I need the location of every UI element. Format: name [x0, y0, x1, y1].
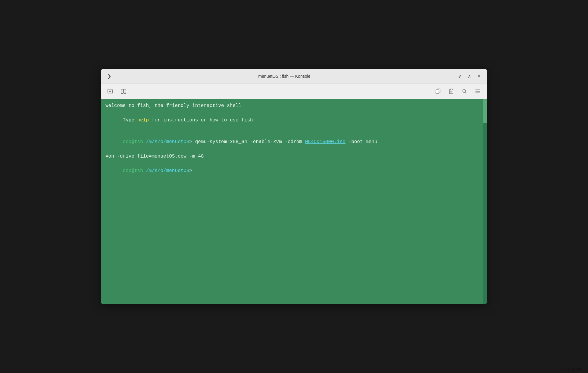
terminal-cmd1-end: -boot menu [346, 139, 377, 145]
search-icon [461, 88, 468, 94]
terminal-prompt2-path: /m/s/o/menuetOS [143, 168, 189, 174]
konsole-window: ❯ menuetOS : fish — Konsole ∨ ∧ ✕ [101, 69, 487, 304]
window-title: menuetOS : fish — Konsole [113, 74, 455, 79]
minimize-button[interactable]: ∨ [455, 72, 464, 80]
terminal-line-3: ooo@tsh /m/s/o/menuetOS> qemu-system-x86… [105, 131, 483, 153]
terminal-line-2-help: help [137, 118, 149, 123]
terminal-line-2-prefix: Type [123, 118, 137, 123]
toolbar-right [433, 86, 483, 97]
terminal-prompt2-user: ooo@tsh [123, 168, 143, 174]
scrollbar-track[interactable] [483, 99, 487, 304]
terminal-prompt2-arrow: > [189, 168, 192, 174]
terminal-line-1: Welcome to fish, the friendly interactiv… [105, 102, 483, 109]
copy-button[interactable] [433, 86, 443, 97]
titlebar-left: ❯ [105, 72, 113, 80]
watermark: CSDN @zalois [561, 367, 583, 371]
titlebar-shell-button[interactable]: ❯ [105, 72, 113, 80]
terminal-body[interactable]: Welcome to fish, the friendly interactiv… [101, 99, 487, 304]
close-button[interactable]: ✕ [475, 72, 483, 80]
svg-rect-1 [121, 89, 123, 93]
search-button[interactable] [459, 86, 470, 97]
toolbar [101, 83, 487, 99]
new-tab-button[interactable] [105, 86, 116, 97]
scrollbar-thumb[interactable] [483, 99, 487, 123]
terminal-line-5: ooo@tsh /m/s/o/menuetOS> [105, 160, 483, 182]
svg-rect-4 [436, 90, 439, 94]
svg-rect-6 [450, 89, 452, 90]
new-tab-icon [107, 88, 113, 94]
svg-rect-2 [124, 89, 126, 93]
terminal-prompt1-user: ooo@tsh [123, 139, 143, 145]
menu-button[interactable] [472, 86, 483, 97]
paste-icon [448, 88, 454, 94]
terminal-line-4: =on -drive file=menuetOS.cow -m 4G [105, 153, 483, 160]
terminal-cmd1: qemu-system-x86_64 -enable-kvm -cdrom [195, 139, 305, 145]
terminal-line-2-suffix: for instructions on how to use fish [149, 118, 253, 123]
terminal-line-2: Type help for instructions on how to use… [105, 109, 483, 131]
titlebar: ❯ menuetOS : fish — Konsole ∨ ∧ ✕ [101, 69, 487, 83]
terminal-prompt1-path: /m/s/o/menuetOS [143, 139, 189, 145]
split-icon [120, 88, 127, 94]
copy-icon [435, 88, 441, 94]
paste-button[interactable] [446, 86, 457, 97]
hamburger-icon [475, 88, 481, 94]
titlebar-right: ∨ ∧ ✕ [455, 72, 483, 80]
maximize-button[interactable]: ∧ [465, 72, 474, 80]
terminal-prompt1-arrow: > [189, 139, 195, 145]
terminal-cmd1-link: M64CD15000.iso [305, 139, 346, 145]
split-button[interactable] [118, 86, 129, 97]
